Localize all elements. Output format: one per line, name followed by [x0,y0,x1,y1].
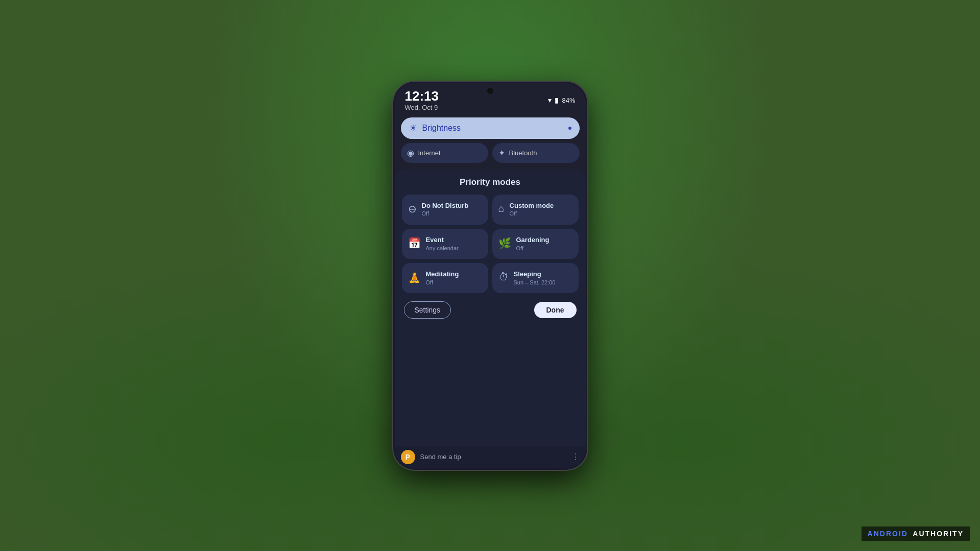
watermark-suffix: AUTHORITY [913,530,964,538]
custom-mode-info: Custom mode Off [510,202,554,218]
gardening-info: Gardening Off [516,236,549,252]
watermark-brand: ANDROID [868,530,908,538]
phone-frame: 12:13 Wed, Oct 9 ▾ ▮ 84% ☀ Brightness ◉ … [393,82,587,470]
meditating-status: Off [426,279,459,286]
mode-gardening[interactable]: 🌿 Gardening Off [492,229,579,259]
mode-sleeping[interactable]: ⏱ Sleeping Sun – Sat, 22:00 [492,263,579,293]
gardening-name: Gardening [516,236,549,245]
custom-mode-name: Custom mode [510,202,554,210]
internet-label: Internet [418,149,441,157]
custom-mode-icon: ⌂ [498,203,505,214]
sleeping-info: Sleeping Sun – Sat, 22:00 [514,270,556,286]
brightness-dot [568,127,571,130]
gardening-icon: 🌿 [498,237,511,249]
brightness-bar[interactable]: ☀ Brightness [401,117,580,139]
done-button[interactable]: Done [534,302,577,318]
bluetooth-icon: ✦ [498,148,505,158]
event-name: Event [426,236,459,245]
camera-notch [487,88,493,94]
wifi-icon: ▾ [548,96,552,104]
status-left: 12:13 Wed, Oct 9 [405,89,439,111]
mode-event[interactable]: 📅 Event Any calendar [402,229,488,259]
do-not-disturb-name: Do Not Disturb [422,202,469,210]
priority-modes-title: Priority modes [402,177,579,187]
do-not-disturb-info: Do Not Disturb Off [422,202,469,218]
do-not-disturb-icon: ⊖ [408,203,417,215]
sleeping-name: Sleeping [514,270,556,279]
event-icon: 📅 [408,237,421,249]
tip-icon: P [401,450,415,464]
event-info: Event Any calendar [426,236,459,252]
status-time: 12:13 [405,89,439,103]
status-date: Wed, Oct 9 [405,104,439,111]
brightness-icon: ☀ [409,123,417,134]
settings-button[interactable]: Settings [404,301,451,319]
mode-custom[interactable]: ⌂ Custom mode Off [492,195,579,225]
bluetooth-label: Bluetooth [509,149,537,157]
meditating-name: Meditating [426,270,459,279]
gardening-status: Off [516,245,549,252]
meditating-info: Meditating Off [426,270,459,286]
internet-toggle[interactable]: ◉ Internet [401,143,488,163]
watermark: ANDROID AUTHORITY [862,526,970,541]
sleeping-icon: ⏱ [498,271,509,283]
toggle-row: ◉ Internet ✦ Bluetooth [401,143,580,163]
tip-bar[interactable]: P Send me a tip ⋮ [395,446,586,468]
internet-icon: ◉ [407,148,414,158]
phone-screen: 12:13 Wed, Oct 9 ▾ ▮ 84% ☀ Brightness ◉ … [395,83,586,468]
mode-do-not-disturb[interactable]: ⊖ Do Not Disturb Off [402,195,488,225]
mode-meditating[interactable]: 🧘 Meditating Off [402,263,488,293]
tip-more-icon[interactable]: ⋮ [571,452,580,462]
bluetooth-toggle[interactable]: ✦ Bluetooth [492,143,580,163]
brightness-label: Brightness [422,124,563,133]
event-status: Any calendar [426,245,459,252]
sleeping-status: Sun – Sat, 22:00 [514,279,556,286]
quick-settings: ☀ Brightness ◉ Internet ✦ Bluetooth [395,113,586,169]
priority-modes-overlay: Priority modes ⊖ Do Not Disturb Off ⌂ Cu… [395,169,586,446]
meditating-icon: 🧘 [408,271,421,283]
battery-percentage: 84% [562,97,575,104]
do-not-disturb-status: Off [422,210,469,217]
battery-icon: ▮ [555,96,559,104]
action-row: Settings Done [402,301,579,319]
tip-text: Send me a tip [420,453,566,461]
custom-mode-status: Off [510,210,554,217]
modes-grid: ⊖ Do Not Disturb Off ⌂ Custom mode Off [402,195,579,294]
status-icons: ▾ ▮ 84% [548,96,575,104]
